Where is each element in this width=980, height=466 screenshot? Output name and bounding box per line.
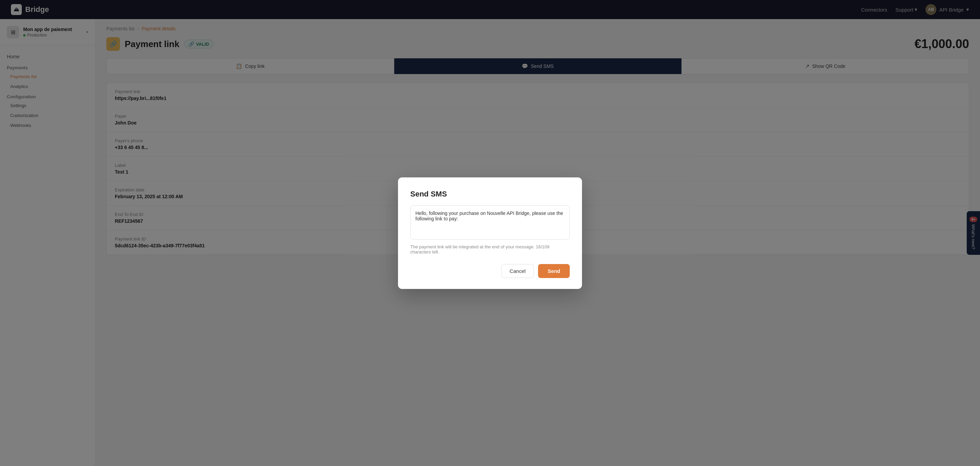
send-sms-modal: Send SMS The payment link will be integr… — [398, 177, 582, 289]
modal-hint: The payment link will be integrated at t… — [410, 244, 570, 254]
send-button[interactable]: Send — [538, 264, 570, 278]
modal-overlay[interactable]: Send SMS The payment link will be integr… — [0, 0, 980, 466]
cancel-button[interactable]: Cancel — [501, 264, 534, 278]
sms-message-input[interactable] — [410, 205, 570, 239]
modal-title: Send SMS — [410, 190, 570, 198]
modal-actions: Cancel Send — [410, 264, 570, 278]
